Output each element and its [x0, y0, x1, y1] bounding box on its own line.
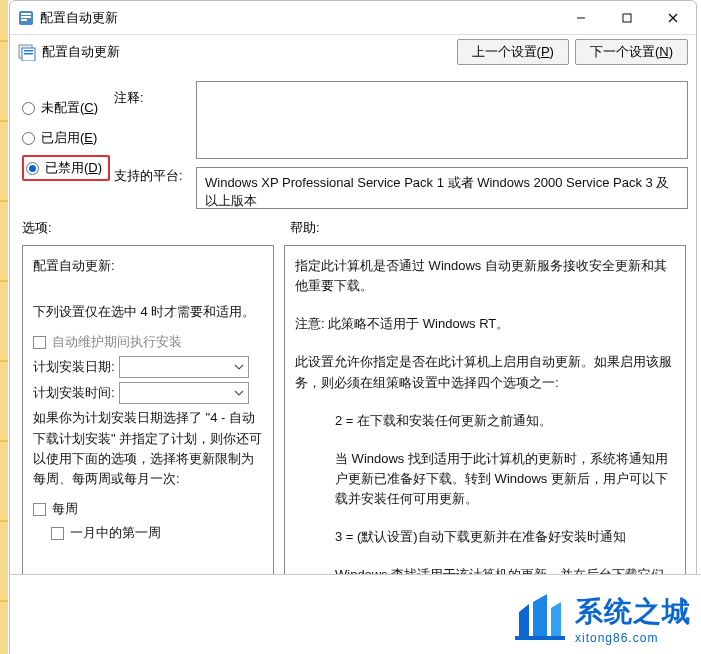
radio-icon — [26, 162, 39, 175]
help-paragraph: 注意: 此策略不适用于 Windows RT。 — [295, 314, 677, 334]
minimize-button[interactable] — [558, 3, 604, 33]
radio-disabled[interactable]: 已禁用(D) — [22, 155, 114, 181]
dialog-window: 配置自动更新 配置自动更新 上一个设置(P) 下一个设置(N) 未配置(C) 已… — [9, 0, 697, 654]
previous-setting-button[interactable]: 上一个设置(P) — [457, 39, 569, 65]
install-day-label: 计划安装日期: — [33, 357, 119, 377]
supported-on-textbox[interactable]: Windows XP Professional Service Pack 1 或… — [196, 167, 688, 209]
comment-textbox[interactable] — [196, 81, 688, 159]
help-paragraph: 指定此计算机是否通过 Windows 自动更新服务接收安全更新和其他重要下载。 — [295, 256, 677, 296]
maximize-button[interactable] — [604, 3, 650, 33]
radio-enabled[interactable]: 已启用(E) — [22, 125, 114, 151]
svg-rect-12 — [515, 636, 565, 640]
radio-icon — [22, 132, 35, 145]
state-radio-group: 未配置(C) 已启用(E) 已禁用(D) — [22, 75, 114, 209]
highlighted-selection: 已禁用(D) — [22, 155, 110, 181]
svg-rect-5 — [623, 14, 631, 22]
options-header: 配置自动更新: — [33, 256, 265, 276]
maintenance-checkbox-row[interactable]: 自动维护期间执行安装 — [33, 332, 265, 352]
checkbox-label: 自动维护期间执行安装 — [52, 332, 182, 352]
titlebar: 配置自动更新 — [10, 1, 696, 35]
watermark-cn: 系统之城 — [575, 593, 691, 631]
section-labels: 选项: 帮助: — [10, 209, 696, 241]
svg-rect-10 — [24, 50, 33, 52]
install-time-dropdown[interactable] — [119, 382, 249, 404]
radio-label: 已禁用(D) — [45, 159, 102, 177]
options-note: 如果你为计划安装日期选择了 "4 - 自动下载计划安装" 并指定了计划，则你还可… — [33, 408, 265, 489]
checkbox-icon — [33, 503, 46, 516]
radio-label: 未配置(C) — [41, 99, 98, 117]
svg-rect-3 — [21, 19, 27, 21]
policy-title: 配置自动更新 — [42, 43, 120, 61]
right-column: Windows XP Professional Service Pack 1 或… — [196, 75, 688, 209]
mid-labels: 注释: 支持的平台: — [114, 75, 196, 209]
help-paragraph: 当 Windows 找到适用于此计算机的更新时，系统将通知用户更新已准备好下载。… — [335, 449, 677, 509]
policy-header-icon — [18, 43, 36, 61]
options-label: 选项: — [22, 219, 290, 237]
install-time-row: 计划安装时间: — [33, 382, 265, 404]
help-pane[interactable]: 指定此计算机是否通过 Windows 自动更新服务接收安全更新和其他重要下载。 … — [284, 245, 686, 579]
comment-label: 注释: — [114, 89, 196, 107]
watermark-text-block: 系统之城 xitong86.com — [575, 593, 691, 645]
install-day-row: 计划安装日期: — [33, 356, 265, 378]
weekly-checkbox-row[interactable]: 每周 — [33, 499, 265, 519]
page-background-stripe — [0, 0, 8, 654]
svg-rect-1 — [21, 13, 31, 15]
help-paragraph: 此设置允许你指定是否在此计算机上启用自动更新。如果启用该服务，则必须在组策略设置… — [295, 352, 677, 392]
help-paragraph: 2 = 在下载和安装任何更新之前通知。 — [335, 411, 677, 431]
next-setting-button[interactable]: 下一个设置(N) — [575, 39, 688, 65]
install-time-label: 计划安装时间: — [33, 383, 119, 403]
chevron-down-icon — [234, 364, 244, 370]
window-title: 配置自动更新 — [40, 9, 118, 27]
watermark: 系统之城 xitong86.com — [513, 592, 691, 646]
policy-icon — [18, 10, 34, 26]
options-pane[interactable]: 配置自动更新: 下列设置仅在选中 4 时才需要和适用。 自动维护期间执行安装 计… — [22, 245, 274, 579]
chevron-down-icon — [234, 390, 244, 396]
watermark-logo-icon — [513, 592, 567, 646]
help-paragraph: 3 = (默认设置)自动下载更新并在准备好安装时通知 — [335, 527, 677, 547]
supported-on-label: 支持的平台: — [114, 167, 196, 185]
subheader: 配置自动更新 上一个设置(P) 下一个设置(N) — [10, 35, 696, 69]
checkbox-icon — [33, 336, 46, 349]
options-intro: 下列设置仅在选中 4 时才需要和适用。 — [33, 302, 265, 322]
radio-icon — [22, 102, 35, 115]
close-button[interactable] — [650, 3, 696, 33]
watermark-en: xitong86.com — [575, 631, 691, 645]
radio-label: 已启用(E) — [41, 129, 97, 147]
help-label: 帮助: — [290, 219, 320, 237]
checkbox-label: 一月中的第一周 — [70, 523, 161, 543]
radio-not-configured[interactable]: 未配置(C) — [22, 95, 114, 121]
svg-rect-2 — [21, 16, 31, 18]
install-day-dropdown[interactable] — [119, 356, 249, 378]
svg-rect-11 — [24, 53, 33, 55]
checkbox-label: 每周 — [52, 499, 78, 519]
top-area: 未配置(C) 已启用(E) 已禁用(D) 注释: 支持的平台: Windows … — [10, 69, 696, 209]
supported-on-text: Windows XP Professional Service Pack 1 或… — [205, 175, 669, 208]
checkbox-icon — [51, 527, 64, 540]
first-week-checkbox-row[interactable]: 一月中的第一周 — [51, 523, 265, 543]
